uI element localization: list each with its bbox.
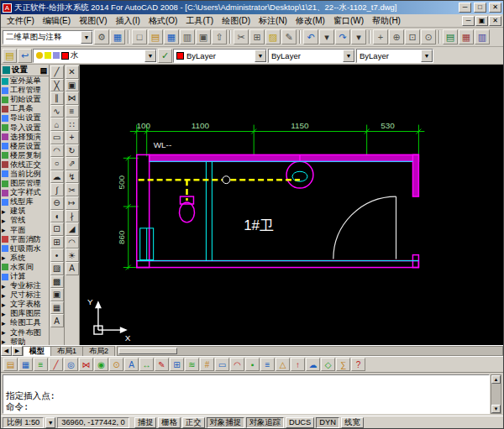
menu-item-7[interactable]: 标注(N) xyxy=(255,14,291,28)
redo-caret-icon[interactable]: ▾ xyxy=(351,29,366,44)
undo-caret-icon[interactable]: ▾ xyxy=(319,29,334,44)
menu-item-2[interactable]: 视图(V) xyxy=(75,14,111,28)
make-layer-current-icon[interactable]: ✓ xyxy=(158,49,172,63)
table-icon[interactable]: ▦ xyxy=(50,301,64,315)
status-toggle-4[interactable]: 对象追踪 xyxy=(246,417,284,428)
revision-cloud-icon[interactable]: ☁ xyxy=(50,170,64,184)
redo-icon[interactable]: ↷ xyxy=(335,29,350,44)
insert-block-icon[interactable]: ⊡ xyxy=(50,222,64,236)
zoom-previous-icon[interactable]: ⊙ xyxy=(421,29,436,44)
text-tool-icon[interactable]: A xyxy=(66,262,79,275)
doc-restore-button[interactable]: ▣ xyxy=(475,16,488,26)
save-icon[interactable]: ▦ xyxy=(164,29,179,44)
chevron-down-icon[interactable]: ▼ xyxy=(144,50,156,62)
tab-模型[interactable]: 模型 xyxy=(23,346,51,356)
column-icon[interactable]: ▪ xyxy=(245,358,260,371)
multiline-icon[interactable]: ∥ xyxy=(50,92,64,105)
stair-icon[interactable]: ≡ xyxy=(260,358,275,371)
elevation-icon[interactable]: △ xyxy=(276,358,290,371)
polyline-icon[interactable]: ∿ xyxy=(50,105,64,118)
menu-item-0[interactable]: 文件(F) xyxy=(3,14,39,28)
dimension-icon[interactable]: ↔ xyxy=(139,358,154,371)
axis-grid-icon[interactable]: # xyxy=(200,358,214,371)
cut-icon[interactable]: ✂ xyxy=(234,29,249,44)
array-icon[interactable]: ∷ xyxy=(66,118,79,131)
chevron-down-icon[interactable]: ▼ xyxy=(81,31,92,44)
status-toggle-6[interactable]: DYN xyxy=(316,417,339,428)
menu-item-1[interactable]: 编辑(E) xyxy=(39,14,75,28)
view-icon[interactable]: ◇ xyxy=(321,358,335,371)
scale-icon[interactable]: ⇗ xyxy=(66,157,79,170)
menu-item-6[interactable]: 绘图(D) xyxy=(218,14,255,28)
extend-icon[interactable]: ↦ xyxy=(66,196,79,210)
pan-icon[interactable]: + xyxy=(373,29,388,44)
linetype-combo[interactable]: ByLayer ▼ xyxy=(268,49,355,63)
ellipse-icon[interactable]: ⊖ xyxy=(50,196,64,210)
zoom-realtime-icon[interactable]: ⊕ xyxy=(389,29,404,44)
status-toggle-5[interactable]: DUCS xyxy=(286,417,314,428)
wave-symbol-icon[interactable]: ≋ xyxy=(185,358,199,371)
status-toggle-1[interactable]: 栅格 xyxy=(158,417,181,428)
plot-icon[interactable]: ▥ xyxy=(180,29,195,44)
hatch-icon[interactable]: ▨ xyxy=(50,262,64,275)
copy-icon[interactable]: ▣ xyxy=(66,79,79,92)
arc-icon[interactable]: ◠ xyxy=(50,144,64,158)
menu-item-5[interactable]: 工具(T) xyxy=(181,14,218,28)
horizontal-scrollbar[interactable] xyxy=(117,346,503,356)
plot-preview-icon[interactable]: ▣ xyxy=(196,29,211,44)
region-icon[interactable]: ▣ xyxy=(50,288,64,301)
copy-clip-icon[interactable]: ⊞ xyxy=(249,29,265,44)
door-arc-icon[interactable]: ◠ xyxy=(230,358,244,371)
qnew-icon[interactable]: □ xyxy=(132,29,147,44)
command-text-area[interactable]: 指定插入点: 命令: xyxy=(3,374,490,414)
color-combo[interactable]: ByLayer ▼ xyxy=(173,49,267,63)
help-icon[interactable]: ? xyxy=(351,358,365,371)
explode-icon[interactable]: ☀ xyxy=(66,249,79,262)
properties-icon[interactable]: ▤ xyxy=(443,29,458,44)
rectangle-icon[interactable]: ▭ xyxy=(50,131,64,144)
wall-icon[interactable]: ▭ xyxy=(215,358,229,371)
point-icon[interactable]: • xyxy=(50,249,64,262)
sidebar-item-28[interactable]: ▸帮助 xyxy=(1,337,49,345)
scale-display[interactable]: 比例 1:50 xyxy=(3,417,44,428)
layer-combo[interactable]: 水 ▼ xyxy=(33,49,157,63)
match-properties-icon[interactable]: ✎ xyxy=(281,29,297,44)
break-icon[interactable]: ∤ xyxy=(66,210,79,223)
chevron-down-icon[interactable]: ▼ xyxy=(343,50,354,62)
tab-scroll-left-icon[interactable]: ◀ xyxy=(1,346,12,356)
layer-control-icon[interactable]: ≡ xyxy=(34,358,48,371)
menu-item-10[interactable]: 帮助(H) xyxy=(368,14,405,28)
paste-icon[interactable]: ▨ xyxy=(265,29,281,44)
tab-布局2[interactable]: 布局2 xyxy=(82,346,115,356)
valve-insert-icon[interactable]: ⋈ xyxy=(79,358,93,371)
construction-line-icon[interactable]: ╳ xyxy=(50,79,64,92)
ellipse-arc-icon[interactable]: ◖ xyxy=(50,210,64,223)
fillet-icon[interactable]: ◠ xyxy=(66,236,79,249)
sanitary-fixture-icon[interactable]: ◉ xyxy=(94,358,108,371)
save-workspace-icon[interactable]: ▦ xyxy=(110,29,125,44)
north-arrow-icon[interactable]: ↑ xyxy=(291,358,305,371)
status-toggle-2[interactable]: 正交 xyxy=(182,417,205,428)
polygon-icon[interactable]: ⌂ xyxy=(50,118,64,131)
doc-close-button[interactable]: ✕ xyxy=(489,16,501,26)
move-icon[interactable]: + xyxy=(66,131,79,144)
erase-icon[interactable]: ✕ xyxy=(66,65,79,79)
publish-icon[interactable]: ⇧ xyxy=(212,29,227,44)
chevron-down-icon[interactable]: ▼ xyxy=(421,50,433,62)
offset-icon[interactable]: ≡ xyxy=(66,105,79,118)
zoom-window-icon[interactable]: ⊡ xyxy=(405,29,420,44)
gradient-icon[interactable]: ▩ xyxy=(50,275,64,289)
scrollbar-thumb[interactable] xyxy=(118,348,177,354)
layer-previous-icon[interactable]: ↩ xyxy=(18,49,32,63)
drawing-canvas[interactable]: 100 1100 1150 530 WL-- 500 860 xyxy=(80,65,503,345)
scroll-down-icon[interactable]: ▼ xyxy=(491,405,501,413)
minimize-button[interactable]: ─ xyxy=(459,3,471,13)
rotate-icon[interactable]: ↻ xyxy=(66,144,79,158)
text-icon[interactable]: ✎ xyxy=(155,358,169,371)
command-scrollbar[interactable]: ▲ ▼ xyxy=(491,374,501,414)
menu-item-9[interactable]: 窗口(W) xyxy=(329,14,368,28)
menu-item-4[interactable]: 格式(O) xyxy=(144,14,181,28)
undo-icon[interactable]: ↶ xyxy=(303,29,318,44)
pipe-label-icon[interactable]: A xyxy=(124,358,139,371)
workspace-combo[interactable]: 二维草图与注释 ▼ xyxy=(3,30,93,44)
